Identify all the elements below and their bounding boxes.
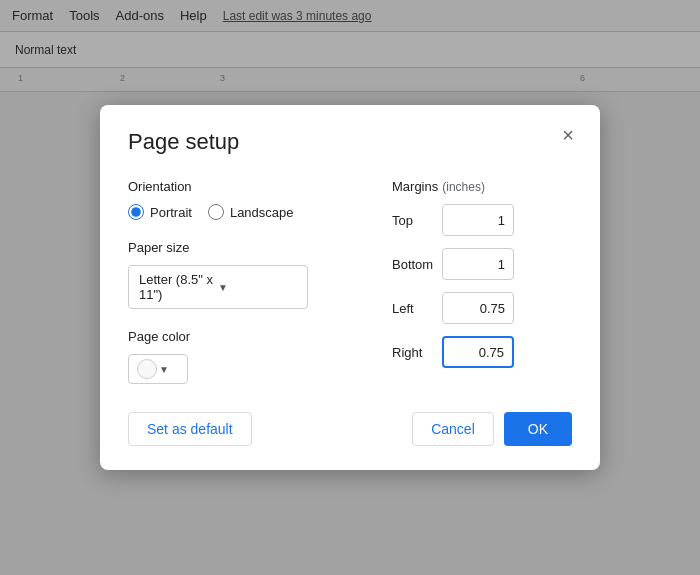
color-chevron-icon: ▼ (159, 364, 169, 375)
orientation-section: Orientation Portrait Landscape (128, 179, 360, 220)
page-color-section: Page color ▼ (128, 329, 360, 384)
color-circle (137, 359, 157, 379)
page-setup-dialog: Page setup × Orientation Portrait (100, 105, 600, 470)
margin-left-input[interactable] (442, 292, 514, 324)
dialog-body: Orientation Portrait Landscape (128, 179, 572, 384)
paper-size-select[interactable]: Letter (8.5" x 11") ▼ (128, 265, 308, 309)
margins-section: Margins (inches) Top Bottom Left (392, 179, 572, 384)
margin-bottom-row: Bottom (392, 248, 572, 280)
margin-left-label: Left (392, 301, 442, 316)
footer-right-buttons: Cancel OK (412, 412, 572, 446)
margin-top-label: Top (392, 213, 442, 228)
margin-bottom-input[interactable] (442, 248, 514, 280)
dialog-footer: Set as default Cancel OK (128, 412, 572, 446)
portrait-label: Portrait (150, 205, 192, 220)
dialog-overlay: Page setup × Orientation Portrait (0, 0, 700, 575)
margins-label: Margins (392, 179, 438, 194)
paper-size-value: Letter (8.5" x 11") (139, 272, 218, 302)
orientation-label: Orientation (128, 179, 360, 194)
paper-size-section: Paper size Letter (8.5" x 11") ▼ (128, 240, 360, 309)
margin-right-input[interactable] (442, 336, 514, 368)
margin-top-input[interactable] (442, 204, 514, 236)
cancel-button[interactable]: Cancel (412, 412, 494, 446)
landscape-label: Landscape (230, 205, 294, 220)
margin-right-row: Right (392, 336, 572, 368)
paper-size-label: Paper size (128, 240, 360, 255)
page-color-label: Page color (128, 329, 360, 344)
ok-button[interactable]: OK (504, 412, 572, 446)
margins-header: Margins (inches) (392, 179, 572, 194)
landscape-radio[interactable] (208, 204, 224, 220)
margin-bottom-label: Bottom (392, 257, 442, 272)
page-color-button[interactable]: ▼ (128, 354, 188, 384)
set-as-default-button[interactable]: Set as default (128, 412, 252, 446)
margin-right-label: Right (392, 345, 442, 360)
left-column: Orientation Portrait Landscape (128, 179, 360, 384)
chevron-down-icon: ▼ (218, 282, 297, 293)
portrait-radio[interactable] (128, 204, 144, 220)
orientation-portrait[interactable]: Portrait (128, 204, 192, 220)
dialog-title: Page setup (128, 129, 572, 155)
orientation-landscape[interactable]: Landscape (208, 204, 294, 220)
close-button[interactable]: × (556, 123, 580, 147)
margin-top-row: Top (392, 204, 572, 236)
margin-left-row: Left (392, 292, 572, 324)
margins-unit: (inches) (442, 180, 485, 194)
orientation-options: Portrait Landscape (128, 204, 360, 220)
